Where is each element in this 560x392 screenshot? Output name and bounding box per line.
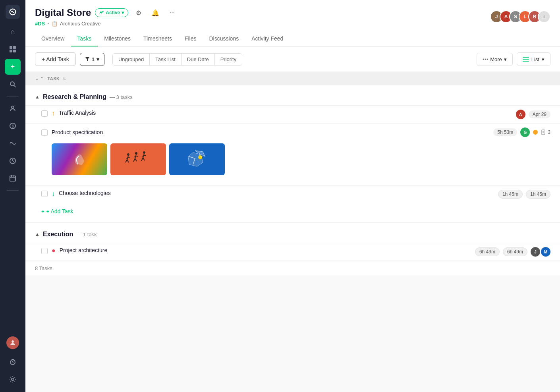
svg-point-22 (12, 378, 14, 380)
more-label: More (490, 56, 502, 62)
svg-rect-13 (10, 176, 15, 181)
filter-button[interactable]: 1 ▾ (80, 53, 104, 66)
grouping-buttons: Ungrouped Task List Due Date Priority (112, 53, 242, 66)
task-row: Product specification 5h 53m G 3 (25, 123, 560, 185)
user-avatar-sidebar[interactable] (6, 336, 19, 349)
chart-icon[interactable] (5, 135, 21, 151)
svg-rect-1 (10, 46, 12, 49)
project-tag: #DS (35, 21, 45, 27)
tab-tasks[interactable]: Tasks (71, 31, 98, 46)
calendar-icon[interactable] (5, 170, 21, 186)
more-options-button[interactable]: More ▾ (477, 53, 513, 66)
app-logo[interactable] (6, 5, 20, 19)
tasks-footer: 8 Tasks (25, 261, 560, 275)
attachment-3[interactable] (169, 143, 225, 175)
section-add-task-row: + + Add Task (25, 203, 560, 222)
task-meta-2: 5h 53m G 3 (493, 127, 550, 137)
clock-icon[interactable] (5, 153, 21, 169)
task-name-architecture[interactable]: Project architecture (60, 247, 471, 253)
svg-rect-29 (523, 61, 529, 62)
file-count-badge: 3 (541, 129, 550, 135)
tab-timesheets[interactable]: Timesheets (137, 31, 178, 46)
section-execution-count: — 1 task (76, 232, 97, 238)
view-toggle-button[interactable]: List ▾ (517, 52, 550, 66)
tasks-toolbar: + Add Task 1 ▾ Ungrouped Task List Due D… (25, 47, 560, 72)
add-task-section-label: + Add Task (46, 208, 73, 214)
more-menu-button[interactable]: ··· (166, 6, 178, 19)
task-checkbox-1[interactable] (41, 110, 48, 117)
task-assignee-4a[interactable]: J (531, 247, 540, 257)
section-collapse-btn[interactable]: ▲ (35, 94, 40, 100)
task-assignee-2[interactable]: G (520, 127, 530, 137)
task-name-traffic[interactable]: Traffic Analysis (59, 110, 512, 116)
dollar-icon[interactable]: $ (5, 118, 21, 134)
attachment-1[interactable] (52, 143, 107, 175)
task-time-4a: 6h 49m (475, 247, 500, 256)
groupby-priority[interactable]: Priority (215, 54, 242, 65)
task-meta-3: 1h 45m 1h 45m (498, 190, 550, 199)
priority-low-icon: ↓ (52, 190, 55, 197)
task-name-product[interactable]: Product specification (52, 129, 489, 135)
tasks-content: ⌄ ⌃ TASK ⇅ ▲ Research & Planning — 3 tas… (25, 72, 560, 392)
groupby-tasklist[interactable]: Task List (150, 54, 182, 65)
task-row: ● Project architecture 6h 49m 6h 49m J M (25, 243, 560, 261)
svg-line-42 (135, 158, 137, 161)
svg-point-7 (12, 106, 14, 108)
section-add-task-button[interactable]: + + Add Task (41, 208, 73, 214)
timer-bottom-icon[interactable] (5, 354, 21, 370)
priority-indicator (533, 130, 538, 135)
task-row: ↑ Traffic Analysis A Apr 29 (25, 105, 560, 123)
task-checkbox-2[interactable] (41, 129, 48, 136)
filter-icon (85, 57, 90, 62)
avatar-add[interactable]: + (538, 10, 550, 23)
svg-marker-23 (85, 57, 89, 61)
bell-button[interactable]: 🔔 (149, 6, 162, 19)
file-icon (541, 129, 546, 135)
task-meta-4: 6h 49m 6h 49m J M (475, 247, 550, 257)
expand-all-icon[interactable]: ⌄ ⌃ (35, 76, 44, 81)
add-task-button[interactable]: + Add Task (35, 52, 76, 66)
tab-milestones[interactable]: Milestones (98, 31, 137, 46)
task-assignee-1[interactable]: A (516, 110, 525, 119)
task-time-4b: 6h 49m (503, 247, 527, 256)
task-checkbox-3[interactable] (41, 191, 48, 197)
groupby-ungrouped[interactable]: Ungrouped (113, 54, 150, 65)
tab-files[interactable]: Files (178, 31, 203, 46)
tab-overview[interactable]: Overview (35, 31, 71, 46)
settings-button[interactable]: ⚙ (132, 6, 145, 19)
sort-icon[interactable]: ⇅ (63, 77, 66, 81)
task-checkbox-4[interactable] (41, 248, 48, 254)
more-chevron: ▾ (504, 56, 507, 62)
list-view-icon (523, 56, 529, 62)
svg-rect-4 (13, 50, 16, 52)
home-icon[interactable]: ⌂ (5, 24, 21, 40)
task-time-3b: 1h 45m (526, 190, 550, 199)
project-title: Digital Store (35, 7, 91, 18)
svg-line-12 (13, 161, 14, 162)
person-icon[interactable] (5, 100, 21, 116)
svg-point-33 (127, 153, 129, 156)
add-icon[interactable]: + (5, 59, 21, 75)
tab-activity-feed[interactable]: Activity Feed (245, 31, 290, 46)
task-assignee-4b[interactable]: M (541, 247, 550, 257)
task-time-2: 5h 53m (493, 128, 517, 136)
svg-point-17 (12, 340, 14, 343)
view-label: List (531, 56, 539, 62)
section-execution-title: Execution (43, 231, 73, 238)
tab-discussions[interactable]: Discussions (203, 31, 245, 46)
status-badge[interactable]: Active ▾ (95, 8, 128, 17)
filter-count: 1 (92, 56, 95, 62)
groupby-duedate[interactable]: Due Date (182, 54, 215, 65)
task-meta-1: A Apr 29 (516, 110, 550, 119)
settings-icon[interactable] (5, 371, 21, 387)
attachment-2[interactable] (110, 143, 166, 175)
sidebar-divider-1 (7, 96, 19, 97)
task-name-technologies[interactable]: Choose technologies (59, 190, 494, 196)
runners-icon (122, 149, 154, 170)
board-icon[interactable] (5, 41, 21, 57)
section-execution-collapse-btn[interactable]: ▲ (35, 232, 40, 237)
priority-urgent-icon: ● (52, 247, 56, 254)
search-icon[interactable] (5, 76, 21, 92)
plus-icon-section: + (41, 208, 44, 214)
svg-rect-28 (523, 59, 529, 60)
